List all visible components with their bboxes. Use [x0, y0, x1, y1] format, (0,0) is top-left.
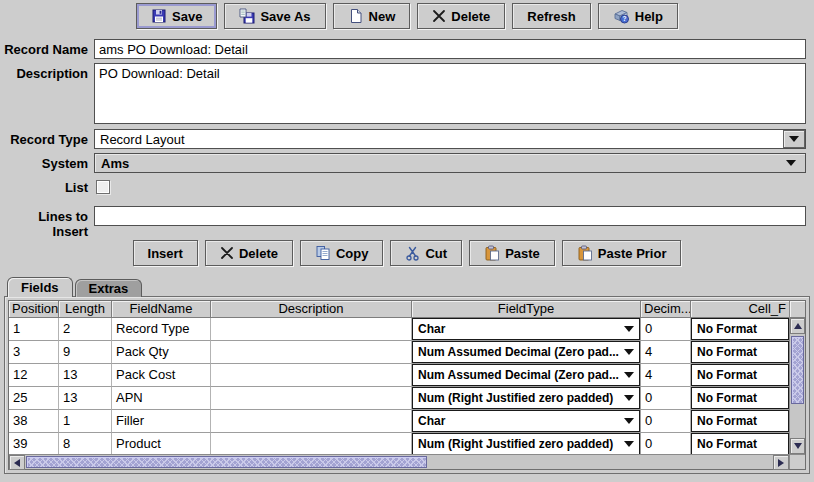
chevron-down-icon	[789, 136, 799, 142]
cell-format: No Format	[691, 318, 789, 341]
vertical-scroll-thumb[interactable]	[791, 336, 804, 404]
cell-format-value[interactable]: No Format	[691, 318, 789, 340]
chevron-down-icon	[624, 418, 634, 424]
cell-length[interactable]: 13	[59, 387, 112, 410]
cell-fieldname[interactable]: APN	[112, 387, 211, 410]
system-combobox[interactable]: Ams	[94, 153, 806, 173]
column-header-fieldname[interactable]: FieldName	[112, 301, 211, 318]
paste-prior-button[interactable]: Paste Prior	[562, 240, 682, 266]
tab-extras[interactable]: Extras	[75, 279, 143, 297]
horizontal-scrollbar[interactable]	[9, 454, 789, 469]
column-header-cell-format[interactable]: Cell_F	[691, 301, 789, 318]
cell-description[interactable]	[211, 318, 412, 341]
description-textarea[interactable]: PO Download: Detail	[94, 63, 806, 124]
cell-fieldtype: Num (Right Justified zero padded)	[412, 433, 641, 454]
insert-button[interactable]: Insert	[133, 240, 198, 266]
fieldtype-combobox[interactable]: Num (Right Justified zero padded)	[412, 387, 640, 409]
cell-decimals[interactable]: 0	[641, 410, 691, 433]
paste-button[interactable]: Paste	[469, 240, 555, 266]
system-value: Ams	[101, 156, 129, 171]
cell-fieldname[interactable]: Record Type	[112, 318, 211, 341]
cell-length[interactable]: 13	[59, 364, 112, 387]
cell-position[interactable]: 3	[9, 341, 59, 364]
help-button[interactable]: ? Help	[598, 3, 678, 29]
record-name-label: Record Name	[0, 42, 88, 57]
cell-position[interactable]: 39	[9, 433, 59, 454]
cell-description[interactable]	[211, 364, 412, 387]
cell-description[interactable]	[211, 410, 412, 433]
paste-clipboard-icon	[577, 245, 593, 261]
column-header-fieldtype[interactable]: FieldType	[412, 301, 641, 318]
record-type-dropdown-button[interactable]	[783, 130, 805, 148]
cell-position[interactable]: 1	[9, 318, 59, 341]
cell-position[interactable]: 25	[9, 387, 59, 410]
cell-length[interactable]: 8	[59, 433, 112, 454]
copy-button[interactable]: Copy	[300, 240, 384, 266]
cell-length[interactable]: 9	[59, 341, 112, 364]
lines-to-insert-label: Lines to Insert	[0, 209, 88, 239]
vertical-scrollbar[interactable]	[789, 301, 805, 454]
column-header-description[interactable]: Description	[211, 301, 412, 318]
new-button-label: New	[369, 9, 396, 24]
cell-decimals[interactable]: 4	[641, 341, 691, 364]
column-header-length[interactable]: Length	[59, 301, 112, 318]
new-button[interactable]: New	[333, 3, 411, 29]
fieldtype-combobox[interactable]: Num (Right Justified zero padded)	[412, 433, 640, 454]
scroll-right-button[interactable]	[773, 455, 789, 470]
scroll-left-button[interactable]	[9, 455, 25, 470]
cell-position[interactable]: 12	[9, 364, 59, 387]
fieldtype-combobox[interactable]: Char	[412, 318, 640, 340]
cell-length[interactable]: 1	[59, 410, 112, 433]
horizontal-scroll-track[interactable]	[25, 455, 773, 469]
cell-position[interactable]: 38	[9, 410, 59, 433]
cell-format-value[interactable]: No Format	[691, 341, 789, 363]
tab-fields[interactable]: Fields	[7, 277, 73, 297]
record-type-label: Record Type	[0, 132, 88, 147]
chevron-down-icon	[624, 395, 634, 401]
cell-description[interactable]	[211, 433, 412, 454]
column-header-position[interactable]: Position	[9, 301, 59, 318]
fieldtype-combobox[interactable]: Char	[412, 410, 640, 432]
list-checkbox[interactable]	[96, 180, 110, 194]
fieldtype-combobox[interactable]: Num Assumed Decimal (Zero pad...	[412, 364, 640, 386]
cell-fieldname[interactable]: Filler	[112, 410, 211, 433]
copy-icon	[315, 245, 331, 261]
cell-length[interactable]: 2	[59, 318, 112, 341]
vertical-scroll-track[interactable]	[790, 334, 805, 438]
cell-fieldname[interactable]: Pack Qty	[112, 341, 211, 364]
fields-table-grid: Position Length FieldName Description Fi…	[9, 301, 789, 454]
cell-decimals[interactable]: 0	[641, 387, 691, 410]
record-name-input[interactable]	[94, 39, 806, 59]
cell-decimals[interactable]: 0	[641, 433, 691, 454]
scroll-down-button[interactable]	[790, 438, 805, 454]
delete-button[interactable]: Delete	[417, 3, 505, 29]
refresh-button[interactable]: Refresh	[512, 3, 590, 29]
horizontal-scroll-thumb[interactable]	[26, 456, 427, 468]
cell-description[interactable]	[211, 341, 412, 364]
lines-to-insert-input[interactable]	[94, 206, 806, 226]
cell-decimals[interactable]: 4	[641, 364, 691, 387]
cell-description[interactable]	[211, 387, 412, 410]
help-book-icon: ?	[613, 8, 630, 24]
cell-format-value[interactable]: No Format	[691, 387, 789, 409]
chevron-down-icon	[624, 372, 634, 378]
delete-row-button[interactable]: Delete	[205, 240, 293, 266]
cell-format-value[interactable]: No Format	[691, 364, 789, 386]
record-type-combobox[interactable]: Record Layout	[94, 129, 806, 149]
tab-bar: Fields Extras	[7, 277, 142, 297]
column-header-decimals[interactable]: Decim...	[641, 301, 691, 318]
save-button[interactable]: Save	[136, 3, 217, 29]
save-as-button[interactable]: Save As	[224, 3, 325, 29]
cell-fieldname[interactable]: Pack Cost	[112, 364, 211, 387]
cell-decimals[interactable]: 0	[641, 318, 691, 341]
cell-format-value[interactable]: No Format	[691, 410, 789, 432]
record-layout-window: Save Save As New Del	[0, 0, 814, 482]
fieldtype-value: Num Assumed Decimal (Zero pad...	[418, 345, 619, 359]
fieldtype-combobox[interactable]: Num Assumed Decimal (Zero pad...	[412, 341, 640, 363]
scroll-up-button[interactable]	[790, 318, 805, 334]
cell-fieldname[interactable]: Product	[112, 433, 211, 454]
cell-format-value[interactable]: No Format	[691, 433, 789, 454]
cell-format: No Format	[691, 387, 789, 410]
cut-button[interactable]: Cut	[390, 240, 462, 266]
fieldtype-value: Num Assumed Decimal (Zero pad...	[418, 368, 619, 382]
